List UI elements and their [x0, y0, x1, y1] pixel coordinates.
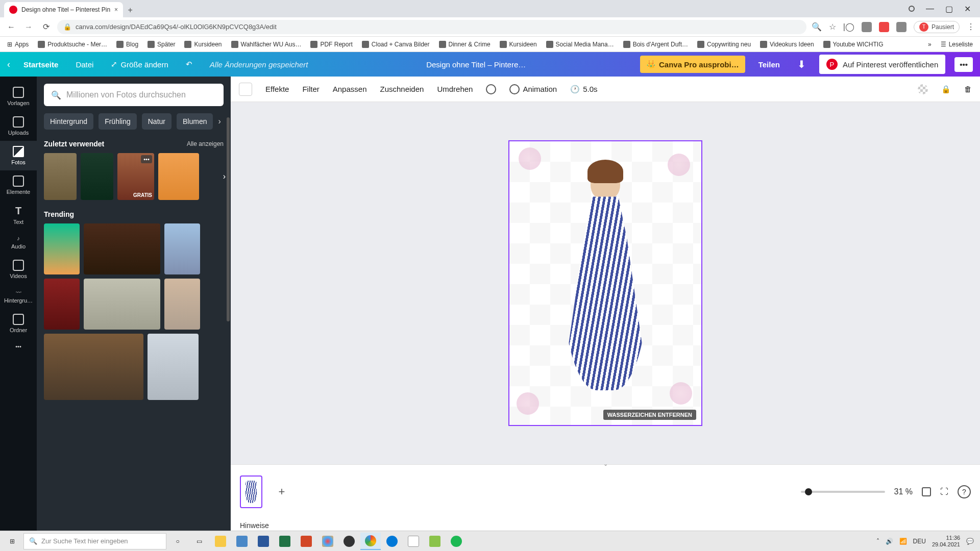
zoom-slider[interactable] [801, 491, 885, 493]
notifications-icon[interactable]: 💬 [966, 538, 974, 545]
hints-label[interactable]: Hinweise [231, 518, 980, 531]
flip-button[interactable]: Umdrehen [437, 85, 473, 93]
reading-list-button[interactable]: ☰Leseliste [941, 41, 973, 48]
url-input[interactable]: 🔒 canva.com/design/DAEdCa69Qs4/-olKL0OlG… [57, 20, 806, 34]
taskbar-app[interactable] [446, 533, 467, 550]
thumb-menu-icon[interactable]: ••• [141, 155, 152, 163]
photo-thumb[interactable] [44, 223, 80, 274]
bookmark-item[interactable]: Bois d'Argent Duft… [623, 41, 688, 48]
taskbar-app[interactable] [339, 533, 359, 550]
taskbar-app[interactable] [275, 533, 295, 550]
taskbar-app[interactable] [425, 533, 445, 550]
maximize-icon[interactable]: ▢ [945, 4, 953, 14]
resize-button[interactable]: ⤢Größe ändern [107, 57, 172, 72]
chevron-down-icon[interactable]: ⌄ [603, 461, 608, 467]
bookmark-item[interactable]: Dinner & Crime [439, 41, 491, 48]
taskbar-app[interactable] [253, 533, 274, 550]
fullscreen-icon[interactable]: ⛶ [940, 487, 948, 496]
bookmark-item[interactable]: Videokurs Ideen [760, 41, 814, 48]
more-button[interactable]: ••• [954, 57, 973, 72]
zoom-icon[interactable]: 🔍 [812, 22, 822, 32]
taskbar-app[interactable] [210, 533, 231, 550]
scrollbar[interactable] [227, 117, 230, 321]
bookmark-item[interactable]: Cload + Canva Bilder [362, 41, 430, 48]
effects-button[interactable]: Effekte [265, 85, 289, 93]
search-input[interactable]: 🔍 Millionen von Fotos durchsuchen [44, 84, 224, 106]
grid-view-icon[interactable] [922, 487, 931, 496]
forward-button[interactable]: → [22, 21, 35, 33]
taskbar-app-chrome[interactable] [360, 533, 381, 550]
chip-natur[interactable]: Natur [142, 113, 172, 130]
delete-button[interactable]: 🗑 [964, 85, 972, 93]
filter-button[interactable]: Filter [302, 85, 319, 93]
adjust-button[interactable]: Anpassen [333, 85, 367, 93]
design-canvas[interactable]: WASSERZEICHEN ENTFERNEN ⟳ [508, 140, 702, 426]
new-tab-button[interactable]: + [123, 3, 137, 17]
bookmark-item[interactable]: Youtube WICHTIG [823, 41, 884, 48]
sync-icon[interactable] [909, 6, 915, 12]
bookmark-item[interactable]: Kursideen [184, 41, 222, 48]
reload-button[interactable]: ⟳ [40, 21, 52, 33]
volume-icon[interactable]: 🔊 [886, 538, 893, 545]
rail-uploads[interactable]: Uploads [0, 111, 37, 141]
home-button[interactable]: Startseite [19, 57, 62, 72]
extension-icon[interactable] [896, 22, 906, 32]
photo-thumb[interactable] [164, 223, 200, 274]
crop-button[interactable]: Zuschneiden [380, 85, 424, 93]
publish-button[interactable]: P Auf Pinterest veröffentlichen [819, 55, 945, 74]
photo-thumb[interactable] [44, 279, 80, 330]
photo-thumb[interactable] [81, 153, 113, 200]
bookmark-item[interactable]: ⊞Apps [7, 41, 29, 48]
tray-chevron-icon[interactable]: ˄ [876, 538, 879, 545]
file-menu[interactable]: Datei [71, 57, 97, 72]
star-icon[interactable]: ☆ [829, 22, 836, 32]
rail-videos[interactable]: Videos [0, 255, 37, 284]
photo-thumb[interactable] [84, 279, 160, 330]
info-button[interactable] [486, 84, 496, 94]
rail-photos[interactable]: Fotos [0, 141, 37, 170]
extension-icon[interactable] [879, 22, 889, 32]
wifi-icon[interactable]: 📶 [899, 538, 907, 545]
start-button[interactable]: ⊞ [2, 533, 22, 550]
task-view-button[interactable]: ▭ [189, 533, 209, 550]
taskbar-clock[interactable]: 11:36 29.04.2021 [932, 535, 960, 547]
chip-fruehling[interactable]: Frühling [99, 113, 137, 130]
duration-button[interactable]: 🕐5.0s [570, 85, 597, 94]
animation-button[interactable]: Animation [509, 84, 557, 94]
chip-blumen[interactable]: Blumen [177, 113, 213, 130]
rail-more[interactable]: ••• [0, 338, 37, 355]
add-page-button[interactable]: + [271, 475, 293, 508]
lock-button[interactable]: 🔒 [941, 85, 951, 94]
minimize-icon[interactable]: — [926, 4, 934, 13]
back-button[interactable]: ← [5, 21, 17, 33]
canvas-viewport[interactable]: WASSERZEICHEN ENTFERNEN ⟳ [231, 102, 980, 464]
help-button[interactable]: ? [958, 485, 971, 498]
chip-hintergrund[interactable]: Hintergrund [44, 113, 93, 130]
taskbar-app[interactable] [382, 533, 402, 550]
bookmark-item[interactable]: Produktsuche - Mer… [38, 41, 107, 48]
undo-button[interactable]: ↶ [182, 57, 197, 72]
see-all-link[interactable]: Alle anzeigen [187, 140, 224, 147]
bookmark-item[interactable]: Wahlfächer WU Aus… [231, 41, 302, 48]
language-indicator[interactable]: DEU [913, 538, 926, 545]
close-window-icon[interactable]: ✕ [964, 4, 971, 14]
chevron-right-icon[interactable]: › [223, 172, 226, 181]
rail-templates[interactable]: Vorlagen [0, 82, 37, 111]
rail-audio[interactable]: ♪Audio [0, 230, 37, 255]
remove-watermark-button[interactable]: WASSERZEICHEN ENTFERNEN [603, 410, 696, 420]
photo-thumb[interactable] [158, 153, 199, 200]
photo-thumb[interactable] [44, 334, 143, 400]
photo-thumb[interactable]: ••• GRATIS [117, 153, 154, 200]
document-title[interactable]: Design ohne Titel – Pintere… [321, 60, 631, 69]
rail-background[interactable]: 〰Hintergru… [0, 284, 37, 309]
overflow-icon[interactable]: » [928, 41, 932, 48]
taskbar-app[interactable] [232, 533, 252, 550]
color-swatch[interactable] [239, 83, 252, 96]
reader-icon[interactable]: |◯ [843, 22, 854, 32]
cortana-button[interactable]: ○ [167, 533, 188, 550]
share-button[interactable]: Teilen [754, 57, 784, 72]
taskbar-app[interactable] [296, 533, 316, 550]
bookmark-item[interactable]: Kursideen [500, 41, 537, 48]
bookmark-item[interactable]: Copywriting neu [697, 41, 751, 48]
photo-thumb[interactable] [84, 223, 160, 274]
